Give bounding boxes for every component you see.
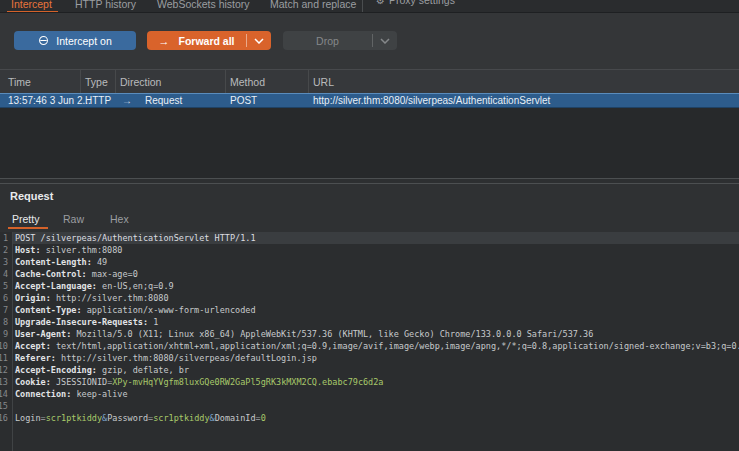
request-editor-lines: 1POST /silverpeas/AuthenticationServlet … — [0, 232, 739, 424]
row-url: http://silver.thm:8080/silverpeas/Authen… — [313, 94, 550, 107]
line-number: 8 — [0, 316, 11, 328]
line-number: 7 — [0, 304, 11, 316]
intercept-toolbar: Intercept on → Forward all Drop — [0, 14, 739, 70]
column-separator[interactable] — [308, 70, 309, 94]
line-number: 4 — [0, 268, 11, 280]
line-number: 2 — [0, 244, 11, 256]
burp-proxy-intercept-window: Intercept HTTP history WebSockets histor… — [0, 0, 739, 451]
line-content: Connection: keep-alive — [15, 388, 128, 400]
editor-line: 6Origin: http://silver.thm:8080 — [0, 292, 739, 304]
line-number: 5 — [0, 280, 11, 292]
tab-http-history-label: HTTP history — [75, 0, 136, 13]
line-content: Origin: http://silver.thm:8080 — [15, 292, 169, 304]
editor-line: 4Cache-Control: max-age=0 — [0, 268, 739, 280]
editor-line: 3Content-Length: 49 — [0, 256, 739, 268]
table-row[interactable]: 13:57:46 3 Jun 2... HTTP → Request POST … — [0, 93, 739, 108]
tab-raw[interactable]: Raw — [63, 210, 84, 228]
column-header-method[interactable]: Method — [230, 70, 265, 94]
forward-all-label: Forward all — [178, 35, 234, 47]
line-content: Accept-Encoding: gzip, deflate, br — [15, 364, 189, 376]
tab-bar-divider — [362, 0, 363, 13]
column-header-type[interactable]: Type — [85, 70, 108, 94]
editor-line: 13Cookie: JSESSIONID=XPy-mvHqYVgfm8luxGQ… — [0, 376, 739, 388]
tab-match-and-replace-label: Match and replace — [270, 0, 356, 13]
proxy-settings-label: Proxy settings — [389, 0, 455, 9]
line-number: 14 — [0, 388, 11, 400]
drop-button[interactable]: Drop — [283, 31, 397, 50]
column-separator[interactable] — [225, 70, 226, 94]
column-header-url[interactable]: URL — [313, 70, 334, 94]
column-separator[interactable] — [80, 70, 81, 94]
drop-dropdown[interactable] — [373, 31, 397, 50]
forward-all-button[interactable]: → Forward all — [147, 31, 271, 50]
line-content: Content-Length: 49 — [15, 256, 107, 268]
line-content: POST /silverpeas/AuthenticationServlet H… — [15, 232, 256, 244]
tab-match-and-replace[interactable]: Match and replace — [270, 0, 356, 13]
gear-icon: ⚙ — [376, 0, 385, 9]
arrow-right-icon: → — [158, 35, 169, 47]
row-time: 13:57:46 3 Jun 2... — [8, 94, 91, 107]
line-content: User-Agent: Mozilla/5.0 (X11; Linux x86_… — [15, 328, 593, 340]
editor-line: 1POST /silverpeas/AuthenticationServlet … — [0, 232, 739, 244]
tab-http-history[interactable]: HTTP history — [75, 0, 136, 13]
editor-line: 2Host: silver.thm:8080 — [0, 244, 739, 256]
editor-line: 12Accept-Encoding: gzip, deflate, br — [0, 364, 739, 376]
drop-label: Drop — [316, 35, 339, 47]
request-panel: Request Pretty Raw Hex 1POST /silverpeas… — [0, 184, 739, 451]
line-content: Login=scr1ptkiddy&Password=scr1ptkiddy&D… — [15, 412, 266, 424]
line-number: 10 — [0, 340, 11, 352]
chevron-down-icon — [254, 38, 264, 44]
line-number: 11 — [0, 352, 11, 364]
editor-line: 9User-Agent: Mozilla/5.0 (X11; Linux x86… — [0, 328, 739, 340]
line-content: Cache-Control: max-age=0 — [15, 268, 138, 280]
editor-line: 14Connection: keep-alive — [0, 388, 739, 400]
editor-line: 8Upgrade-Insecure-Requests: 1 — [0, 316, 739, 328]
tab-hex[interactable]: Hex — [110, 210, 129, 228]
line-number: 16 — [0, 412, 11, 424]
chevron-down-icon — [380, 38, 390, 44]
intercept-on-label: Intercept on — [56, 35, 111, 47]
intercept-icon — [38, 35, 49, 46]
line-content: Upgrade-Insecure-Requests: 1 — [15, 316, 158, 328]
line-number: 12 — [0, 364, 11, 376]
column-separator[interactable] — [115, 70, 116, 94]
column-header-direction[interactable]: Direction — [120, 70, 161, 94]
line-number: 3 — [0, 256, 11, 268]
line-number: 6 — [0, 292, 11, 304]
request-panel-title: Request — [10, 190, 53, 202]
line-number: 15 — [0, 400, 11, 412]
row-type: HTTP — [85, 94, 111, 107]
intercept-queue-table: Time Type Direction Method URL 13:57:46 … — [0, 69, 739, 178]
tab-websockets-history-label: WebSockets history — [157, 0, 250, 13]
row-direction: Request — [145, 94, 182, 107]
proxy-tab-bar: Intercept HTTP history WebSockets histor… — [0, 0, 739, 13]
editor-line: 16Login=scr1ptkiddy&Password=scr1ptkiddy… — [0, 412, 739, 424]
line-number: 13 — [0, 376, 11, 388]
editor-line: 10Accept: text/html,application/xhtml+xm… — [0, 340, 739, 352]
intercept-on-button[interactable]: Intercept on — [14, 31, 136, 50]
editor-line: 15 — [0, 400, 739, 412]
editor-line: 5Accept-Language: en-US,en;q=0.9 — [0, 280, 739, 292]
row-method: POST — [230, 94, 257, 107]
active-tab-underline — [7, 11, 58, 13]
tab-websockets-history[interactable]: WebSockets history — [157, 0, 250, 13]
request-editor[interactable]: 1POST /silverpeas/AuthenticationServlet … — [0, 232, 739, 451]
request-view-tabs: Pretty Raw Hex — [0, 210, 739, 232]
line-content: Referer: http://silver.thm:8080/silverpe… — [15, 352, 317, 364]
editor-line: 11Referer: http://silver.thm:8080/silver… — [0, 352, 739, 364]
line-content: Cookie: JSESSIONID=XPy-mvHqYVgfm8luxGQe0… — [15, 376, 383, 388]
active-subtab-underline — [8, 227, 48, 229]
column-header-time[interactable]: Time — [8, 70, 31, 94]
line-number: 1 — [0, 232, 11, 244]
line-content: Host: silver.thm:8080 — [15, 244, 122, 256]
tab-pretty[interactable]: Pretty — [12, 210, 39, 228]
line-content: Content-Type: application/x-www-form-url… — [15, 304, 256, 316]
line-number: 9 — [0, 328, 11, 340]
editor-line: 7Content-Type: application/x-www-form-ur… — [0, 304, 739, 316]
line-content: Accept: text/html,application/xhtml+xml,… — [15, 340, 739, 352]
table-header: Time Type Direction Method URL — [0, 69, 739, 93]
arrow-right-icon: → — [122, 94, 132, 107]
proxy-settings-button[interactable]: ⚙Proxy settings — [376, 0, 455, 13]
forward-all-dropdown[interactable] — [247, 31, 271, 50]
line-content: Accept-Language: en-US,en;q=0.9 — [15, 280, 174, 292]
